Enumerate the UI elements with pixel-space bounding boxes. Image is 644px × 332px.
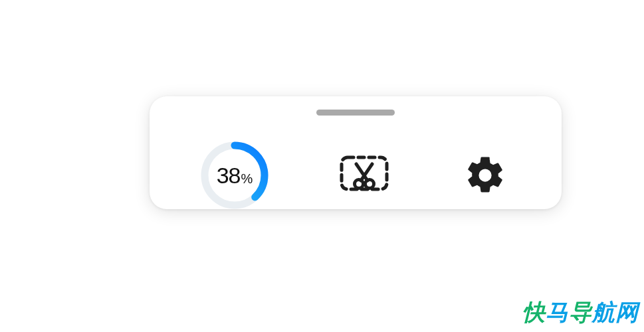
progress-value: 38 — [217, 163, 241, 189]
screenshot-button[interactable] — [338, 149, 391, 202]
watermark-text: 快马导航网 — [522, 297, 639, 328]
panel-items: 38 % — [150, 140, 562, 209]
drag-handle[interactable] — [316, 110, 395, 116]
settings-button[interactable] — [459, 149, 512, 202]
gear-icon — [463, 153, 507, 197]
quick-settings-panel: 38 % — [150, 96, 562, 209]
progress-percent-symbol: % — [241, 171, 253, 187]
progress-ring-button[interactable]: 38 % — [199, 140, 270, 209]
screenshot-icon — [339, 155, 389, 196]
progress-label: 38 % — [217, 163, 253, 189]
